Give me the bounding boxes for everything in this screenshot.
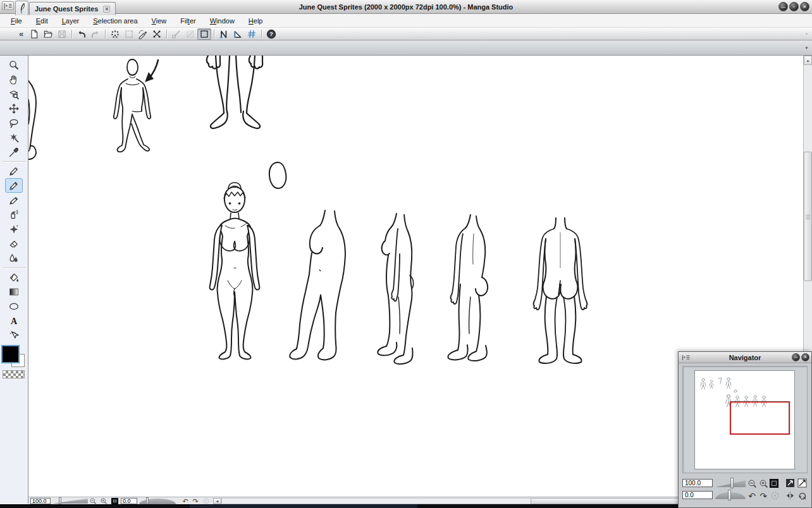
tools-palette-tab[interactable] (15, 1, 28, 15)
tools-list: A (3, 57, 26, 342)
scroll-up-button[interactable]: ▲ (804, 56, 812, 65)
pencil-tool[interactable] (5, 164, 23, 178)
new-page-button[interactable] (27, 28, 41, 40)
panel-menu-icon[interactable] (682, 354, 691, 361)
scale-selection-button[interactable] (150, 28, 164, 40)
vertical-scrollbar-thumb[interactable] (804, 152, 812, 281)
navigator-close-button[interactable]: ✕ (801, 353, 809, 361)
undo-button[interactable] (75, 28, 89, 40)
help-button[interactable]: ? (264, 28, 278, 40)
open-button[interactable] (41, 28, 55, 40)
save-button[interactable] (55, 28, 69, 40)
tab-close-button[interactable]: ✕ (103, 6, 110, 13)
path-select-icon (8, 330, 20, 341)
navigator-minimize-button[interactable]: — (792, 353, 800, 361)
menu-item-layer[interactable]: Layer (55, 15, 87, 27)
airbrush-tool[interactable] (5, 207, 23, 222)
convert-line-button[interactable] (169, 28, 183, 40)
fit-to-window-button[interactable] (111, 498, 118, 504)
zoom-tool[interactable] (5, 57, 23, 72)
foreground-color-swatch[interactable] (3, 346, 18, 362)
navigator-zoom-out-button[interactable] (747, 479, 757, 488)
separator (105, 30, 106, 39)
gradient-tool[interactable] (5, 284, 23, 299)
magic-wand-tool[interactable] (5, 130, 23, 145)
palette-menu-button[interactable] (2, 1, 14, 10)
deselect-button[interactable] (108, 28, 122, 40)
menu-item-selection-area[interactable]: Selection area (86, 15, 144, 27)
redo-button[interactable] (89, 28, 102, 40)
navigator-reset-display-button[interactable] (797, 491, 807, 500)
navigator-full-view-button[interactable] (797, 478, 807, 488)
fill-tool[interactable] (5, 270, 23, 284)
snap-to-ruler-button[interactable] (217, 28, 231, 40)
close-button[interactable]: ✕ (800, 2, 809, 11)
zoom-slider-handle[interactable] (59, 497, 61, 504)
zoom-input[interactable] (30, 498, 51, 504)
snap-to-grid-button[interactable] (245, 28, 259, 40)
window-controls: — ▫ ✕ (778, 2, 809, 11)
menu-item-view[interactable]: View (145, 15, 174, 27)
navigator-panel: Navigator — ✕ (678, 351, 812, 508)
menu-label-mnemonic: H (249, 17, 254, 25)
navigator-rotate-cw-button[interactable]: ↷ (758, 491, 768, 500)
convert-fill-button[interactable] (183, 28, 197, 40)
hand-tool[interactable] (5, 72, 23, 87)
menu-label-mnemonic: E (36, 17, 40, 25)
menu-item-file[interactable]: File (4, 15, 29, 27)
shape-tool[interactable] (5, 299, 23, 313)
blend-tool[interactable] (5, 251, 23, 265)
reselect-button[interactable] (122, 28, 136, 40)
lasso-tool[interactable] (5, 116, 23, 130)
navigator-rotation-input[interactable] (682, 491, 713, 499)
navigator-reset-rotation-button[interactable] (770, 491, 780, 500)
rotation-slider-handle[interactable] (146, 497, 149, 504)
scroll-left-button[interactable]: ◀ (213, 498, 221, 504)
navigator-zoom-input[interactable] (682, 479, 713, 487)
pattern-brush-tool[interactable] (5, 222, 23, 236)
sprite-back-view (533, 218, 587, 363)
navigator-zoom-in-button[interactable] (758, 479, 768, 488)
marker-tool[interactable] (5, 193, 23, 207)
eyedropper-tool[interactable] (5, 145, 23, 159)
collapse-toolbar-button[interactable]: « (19, 28, 23, 40)
zoom-slider[interactable] (52, 499, 88, 504)
tab-overflow-button[interactable]: ▼ (803, 43, 811, 53)
navigator-thumbnail[interactable] (694, 370, 795, 469)
navigator-header[interactable]: Navigator — ✕ (679, 352, 811, 363)
svg-text:?: ? (269, 30, 273, 37)
rotate-canvas-tool[interactable] (5, 87, 23, 101)
move-layer-tool[interactable] (5, 101, 23, 116)
rotation-input[interactable] (121, 498, 137, 504)
reset-rotation-icon (770, 491, 780, 500)
title-bar: June Quest Sprites (2000 x 2000px 72dpi … (0, 0, 812, 14)
rotate-canvas-icon (8, 88, 20, 100)
object-select-tool[interactable] (5, 328, 23, 342)
water-drop-icon (8, 253, 20, 264)
menu-item-help[interactable]: Help (242, 15, 270, 27)
navigator-expand-view-button[interactable] (785, 478, 795, 488)
deselect-icon (110, 29, 120, 39)
pen-tool[interactable] (5, 178, 23, 193)
navigator-rotation-slider-handle[interactable] (728, 490, 731, 500)
rotation-slider[interactable] (139, 499, 176, 504)
navigator-flip-horizontal-button[interactable] (785, 491, 795, 500)
quick-select-button[interactable] (136, 28, 150, 40)
document-tab[interactable]: June Quest Sprites ✕ (29, 2, 116, 15)
navigator-zoom-slider-handle[interactable] (730, 478, 734, 488)
navigator-view-rectangle[interactable] (730, 401, 790, 435)
main-toolbar: « ? (0, 28, 812, 40)
eraser-tool[interactable] (5, 236, 23, 251)
navigator-fit-button[interactable] (770, 479, 778, 488)
text-tool[interactable]: A (5, 313, 23, 328)
navigator-rotate-ccw-button[interactable]: ↶ (747, 491, 757, 500)
toolbar-overflow-button[interactable]: ▼ (803, 29, 811, 39)
menu-item-edit[interactable]: Edit (29, 15, 55, 27)
transparent-color-swatch[interactable] (3, 370, 25, 378)
menu-item-window[interactable]: Window (203, 15, 242, 27)
menu-item-filter[interactable]: Filter (173, 15, 202, 27)
show-selection-border-button[interactable] (197, 28, 211, 40)
restore-button[interactable]: ▫ (789, 2, 799, 11)
snap-to-special-ruler-button[interactable] (231, 28, 245, 40)
minimize-button[interactable]: — (778, 2, 788, 11)
